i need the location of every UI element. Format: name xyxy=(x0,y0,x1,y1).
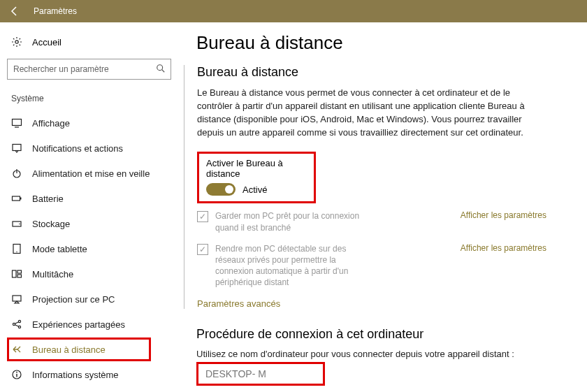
checkbox-keep-ready[interactable]: ✓ xyxy=(197,211,208,222)
description-text: Le Bureau à distance vous permet de vous… xyxy=(197,87,532,139)
sidebar-item-affichage[interactable]: Affichage xyxy=(7,110,171,136)
search-input[interactable] xyxy=(7,59,171,80)
toggle-state: Activé xyxy=(242,184,267,195)
home-label: Accueil xyxy=(32,37,61,48)
svg-point-11 xyxy=(19,224,20,225)
pc-name: DESKTOP- M xyxy=(200,365,319,382)
checkbox-label: Garder mon PC prêt pour la connexion qua… xyxy=(215,210,369,233)
gear-icon xyxy=(11,36,22,48)
storage-icon xyxy=(11,218,22,229)
advanced-params-link[interactable]: Paramètres avancés xyxy=(197,298,559,309)
sidebar-item-label: Alimentation et mise en veille xyxy=(32,168,150,179)
display-icon xyxy=(11,117,22,129)
sidebar-item-label: Notifications et actions xyxy=(32,143,123,154)
multitask-icon xyxy=(11,268,22,280)
back-button[interactable] xyxy=(0,0,29,22)
svg-rect-8 xyxy=(13,196,20,201)
notification-icon xyxy=(11,143,22,154)
svg-line-2 xyxy=(162,70,165,73)
svg-point-0 xyxy=(15,41,18,43)
svg-rect-9 xyxy=(20,198,22,200)
sidebar-item-power[interactable]: Alimentation et mise en veille xyxy=(7,161,171,186)
sidebar-group-label: Système xyxy=(11,94,171,103)
remote-desktop-icon xyxy=(11,344,22,355)
sidebar-item-label: Projection sur ce PC xyxy=(32,294,115,305)
info-icon xyxy=(11,369,22,380)
remote-desktop-toggle[interactable] xyxy=(206,183,235,196)
svg-point-13 xyxy=(16,252,17,252)
procedure-text: Utilisez ce nom d'ordinateur pour vous c… xyxy=(196,349,532,359)
svg-point-1 xyxy=(157,65,163,71)
sidebar-item-label: Mode tablette xyxy=(32,244,87,254)
power-icon xyxy=(11,168,22,179)
toggle-block: Activer le Bureau à distance Activé xyxy=(197,152,316,203)
page-title: Bureau à distance xyxy=(196,32,559,54)
sidebar-item-shared[interactable]: Expériences partagées xyxy=(7,312,171,337)
battery-icon xyxy=(11,193,22,204)
search-icon xyxy=(156,64,166,73)
sidebar-item-remote-desktop[interactable]: Bureau à distance xyxy=(7,337,171,362)
sidebar-item-storage[interactable]: Stockage xyxy=(7,211,171,236)
svg-point-19 xyxy=(18,320,20,322)
sidebar-item-projection[interactable]: Projection sur ce PC xyxy=(7,286,171,312)
annotation-box: DESKTOP- M xyxy=(196,362,325,386)
svg-rect-15 xyxy=(17,270,22,273)
tablet-icon xyxy=(11,243,22,254)
svg-line-22 xyxy=(15,325,18,327)
sidebar-item-notifications[interactable]: Notifications et actions xyxy=(7,136,171,161)
sidebar: Accueil Système Affichage Notifications … xyxy=(0,22,178,392)
sidebar-item-label: Bureau à distance xyxy=(32,344,106,355)
section-title: Bureau à distance xyxy=(197,65,559,80)
checkbox-detectable[interactable]: ✓ xyxy=(197,244,208,255)
svg-point-18 xyxy=(13,323,15,325)
main: Bureau à distance Bureau à distance Le B… xyxy=(178,22,587,392)
titlebar: Paramètres xyxy=(0,0,587,22)
sidebar-item-sysinfo[interactable]: Informations système xyxy=(7,362,171,387)
svg-rect-16 xyxy=(17,275,22,277)
svg-rect-14 xyxy=(13,270,17,277)
checkbox-label: Rendre mon PC détectable sur des réseaux… xyxy=(215,243,369,289)
checkbox-row-keep-ready: ✓ Garder mon PC prêt pour la connexion q… xyxy=(197,210,546,233)
titlebar-text: Paramètres xyxy=(34,6,77,16)
toggle-label: Activer le Bureau à distance xyxy=(206,158,307,179)
sidebar-item-label: Stockage xyxy=(32,219,70,229)
show-params-link-2[interactable]: Afficher les paramètres xyxy=(461,243,546,253)
svg-rect-17 xyxy=(13,296,21,301)
svg-point-20 xyxy=(18,326,20,328)
checkbox-row-detectable: ✓ Rendre mon PC détectable sur des résea… xyxy=(197,243,546,289)
projection-icon xyxy=(11,293,22,305)
svg-rect-3 xyxy=(13,119,22,126)
sidebar-item-tablet[interactable]: Mode tablette xyxy=(7,236,171,261)
share-icon xyxy=(11,319,22,330)
svg-point-25 xyxy=(16,372,17,373)
sidebar-item-label: Affichage xyxy=(32,118,70,129)
home-button[interactable]: Accueil xyxy=(7,32,171,52)
svg-line-21 xyxy=(15,322,18,324)
show-params-link-1[interactable]: Afficher les paramètres xyxy=(461,210,546,220)
search-wrap xyxy=(7,59,171,80)
sidebar-item-label: Expériences partagées xyxy=(32,319,125,330)
svg-rect-5 xyxy=(13,145,21,151)
sidebar-item-battery[interactable]: Batterie xyxy=(7,186,171,211)
procedure-title: Procédure de connexion à cet ordinateur xyxy=(196,327,559,342)
sidebar-item-label: Multitâche xyxy=(32,269,73,280)
sidebar-item-multitask[interactable]: Multitâche xyxy=(7,261,171,286)
sidebar-item-label: Informations système xyxy=(32,370,119,380)
sidebar-item-label: Batterie xyxy=(32,194,64,204)
